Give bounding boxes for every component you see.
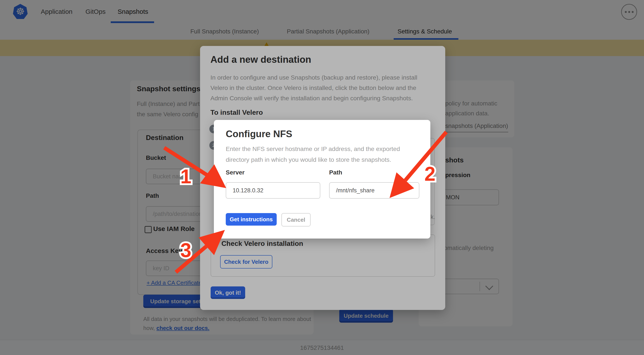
nfs-path-label: Path — [329, 169, 342, 176]
server-label: Server — [226, 169, 244, 176]
nfs-body-line2: directory path in which you would like t… — [226, 156, 391, 163]
get-instructions-button[interactable]: Get instructions — [226, 213, 277, 226]
configure-nfs-modal: Configure NFS Enter the NFS server hostn… — [214, 120, 430, 239]
nfs-path-input[interactable] — [329, 182, 419, 199]
admin-console-page: ☸ Application GitOps Snapshots Full Snap… — [0, 0, 644, 355]
cancel-label: Cancel — [287, 217, 305, 223]
nfs-body-line1: Enter the NFS server hostname or IP addr… — [226, 145, 400, 152]
get-instructions-label: Get instructions — [230, 216, 272, 223]
configure-nfs-title: Configure NFS — [226, 129, 292, 139]
nfs-server-input[interactable] — [226, 182, 320, 199]
cancel-button[interactable]: Cancel — [282, 213, 310, 226]
